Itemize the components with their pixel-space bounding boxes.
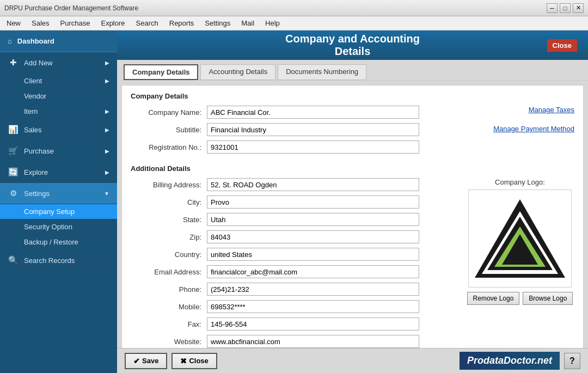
country-row: Country: bbox=[131, 248, 457, 261]
content-title: Company and Accounting Details bbox=[278, 33, 427, 58]
help-button[interactable]: ? bbox=[564, 353, 580, 369]
registration-row: Registration No.: bbox=[131, 140, 460, 154]
sidebar-sub-security-option[interactable]: Security Option bbox=[0, 219, 117, 235]
item-arrow: ▶ bbox=[105, 108, 109, 114]
menu-search[interactable]: Search bbox=[132, 18, 163, 28]
sidebar-dashboard[interactable]: ⌂ Dashboard bbox=[0, 30, 117, 52]
company-name-input[interactable] bbox=[207, 106, 419, 119]
sidebar-item-sales[interactable]: 📊 Sales ▶ bbox=[0, 119, 117, 140]
close-btn-label: Close bbox=[189, 357, 208, 365]
menu-new[interactable]: New bbox=[2, 18, 25, 28]
registration-input[interactable] bbox=[207, 140, 419, 154]
tab-documents-numbering[interactable]: Documents Numbering bbox=[278, 64, 366, 80]
mobile-input[interactable] bbox=[207, 300, 419, 313]
sidebar-item-explore[interactable]: 🔄 Explore ▶ bbox=[0, 162, 117, 183]
close-icon: ✖ bbox=[180, 357, 187, 365]
content-close-button[interactable]: Close bbox=[547, 39, 577, 52]
website-input[interactable] bbox=[207, 335, 419, 348]
email-input[interactable] bbox=[207, 265, 419, 278]
save-icon: ✔ bbox=[133, 357, 140, 365]
tab-company-details[interactable]: Company Details bbox=[124, 64, 198, 80]
state-label: State: bbox=[131, 216, 207, 224]
window-close-button[interactable]: ✕ bbox=[573, 3, 584, 13]
form-scroll: Company Details Company Name: Subtitle: … bbox=[117, 81, 588, 348]
dashboard-icon: ⌂ bbox=[8, 37, 12, 45]
save-btn-label: Save bbox=[142, 357, 158, 365]
menu-sales[interactable]: Sales bbox=[27, 18, 54, 28]
manage-taxes-link[interactable]: Manage Taxes bbox=[529, 106, 574, 114]
minimize-button[interactable]: ─ bbox=[547, 3, 558, 13]
subtitle-row: Subtitle: bbox=[131, 123, 460, 136]
purchase-label: Purchase bbox=[24, 147, 100, 155]
search-records-icon: 🔍 bbox=[8, 255, 19, 265]
fax-input[interactable] bbox=[207, 317, 419, 331]
phone-input[interactable] bbox=[207, 283, 419, 296]
menu-bar: New Sales Purchase Explore Search Report… bbox=[0, 16, 588, 30]
subtitle-label: Subtitle: bbox=[131, 126, 207, 134]
vendor-label: Vendor bbox=[24, 92, 46, 100]
sidebar-item-search-records[interactable]: 🔍 Search Records bbox=[0, 250, 117, 271]
purchase-arrow: ▶ bbox=[105, 148, 109, 154]
registration-label: Registration No.: bbox=[131, 143, 207, 151]
browse-logo-button[interactable]: Browse Logo bbox=[523, 292, 573, 305]
save-button[interactable]: ✔ Save bbox=[125, 353, 167, 369]
sidebar-item-settings[interactable]: ⚙ Settings ▼ bbox=[0, 183, 117, 204]
content-area: Company and Accounting Details Close Com… bbox=[117, 30, 588, 373]
explore-label: Explore bbox=[24, 168, 100, 176]
menu-explore[interactable]: Explore bbox=[96, 18, 129, 28]
security-option-label: Security Option bbox=[24, 223, 72, 231]
purchase-icon: 🛒 bbox=[8, 146, 19, 156]
menu-mail[interactable]: Mail bbox=[237, 18, 259, 28]
sidebar: ⌂ Dashboard ✚ Add New ▶ Client ▶ Vendor … bbox=[0, 30, 117, 373]
city-input[interactable] bbox=[207, 195, 419, 209]
close-button[interactable]: ✖ Close bbox=[171, 353, 217, 369]
menu-reports[interactable]: Reports bbox=[165, 18, 199, 28]
state-row: State: bbox=[131, 213, 457, 226]
zip-row: Zip: bbox=[131, 230, 457, 243]
title-bar: DRPU Purchase Order Management Software … bbox=[0, 0, 588, 16]
manage-payment-link[interactable]: Manage Payment Method bbox=[493, 125, 574, 133]
additional-details-section: Additional Details Billing Address: City… bbox=[131, 164, 574, 348]
country-label: Country: bbox=[131, 250, 207, 259]
main-layout: ⌂ Dashboard ✚ Add New ▶ Client ▶ Vendor … bbox=[0, 30, 588, 373]
sales-icon: 📊 bbox=[8, 125, 19, 134]
backup-restore-label: Backup / Restore bbox=[24, 238, 78, 246]
menu-settings[interactable]: Settings bbox=[200, 18, 235, 28]
client-arrow: ▶ bbox=[105, 78, 109, 84]
billing-input[interactable] bbox=[207, 178, 419, 191]
subtitle-input[interactable] bbox=[207, 123, 419, 136]
company-setup-label: Company Setup bbox=[24, 207, 75, 216]
menu-purchase[interactable]: Purchase bbox=[56, 18, 95, 28]
tabs-bar: Company Details Accounting Details Docum… bbox=[117, 60, 588, 81]
brand-banner: ProdataDoctor.net bbox=[460, 352, 560, 370]
sidebar-item-add-new[interactable]: ✚ Add New ▶ bbox=[0, 52, 117, 74]
explore-arrow: ▶ bbox=[105, 169, 109, 175]
bottom-left: ✔ Save ✖ Close bbox=[125, 353, 217, 369]
email-label: Email Address: bbox=[131, 268, 207, 276]
zip-input[interactable] bbox=[207, 230, 419, 243]
additional-fields: Billing Address: City: State: bbox=[131, 178, 457, 348]
search-records-label: Search Records bbox=[24, 256, 109, 265]
settings-label: Settings bbox=[24, 189, 99, 198]
fax-row: Fax: bbox=[131, 317, 457, 331]
remove-logo-button[interactable]: Remove Logo bbox=[467, 292, 520, 305]
zip-label: Zip: bbox=[131, 233, 207, 241]
state-input[interactable] bbox=[207, 213, 419, 226]
fax-label: Fax: bbox=[131, 320, 207, 328]
sidebar-sub-item[interactable]: Item ▶ bbox=[0, 104, 117, 119]
mobile-label: Mobile: bbox=[131, 303, 207, 311]
sidebar-sub-company-setup[interactable]: Company Setup bbox=[0, 204, 117, 219]
phone-label: Phone: bbox=[131, 285, 207, 293]
sidebar-sub-vendor[interactable]: Vendor bbox=[0, 89, 117, 104]
sales-arrow: ▶ bbox=[105, 127, 109, 133]
menu-help[interactable]: Help bbox=[261, 18, 284, 28]
email-row: Email Address: bbox=[131, 265, 457, 278]
country-input[interactable] bbox=[207, 248, 419, 261]
sidebar-item-purchase[interactable]: 🛒 Purchase ▶ bbox=[0, 140, 117, 162]
maximize-button[interactable]: □ bbox=[560, 3, 571, 13]
sidebar-sub-client[interactable]: Client ▶ bbox=[0, 74, 117, 89]
billing-label: Billing Address: bbox=[131, 181, 207, 189]
add-new-arrow: ▶ bbox=[105, 60, 109, 66]
sidebar-sub-backup-restore[interactable]: Backup / Restore bbox=[0, 235, 117, 250]
tab-accounting-details[interactable]: Accounting Details bbox=[200, 64, 275, 80]
